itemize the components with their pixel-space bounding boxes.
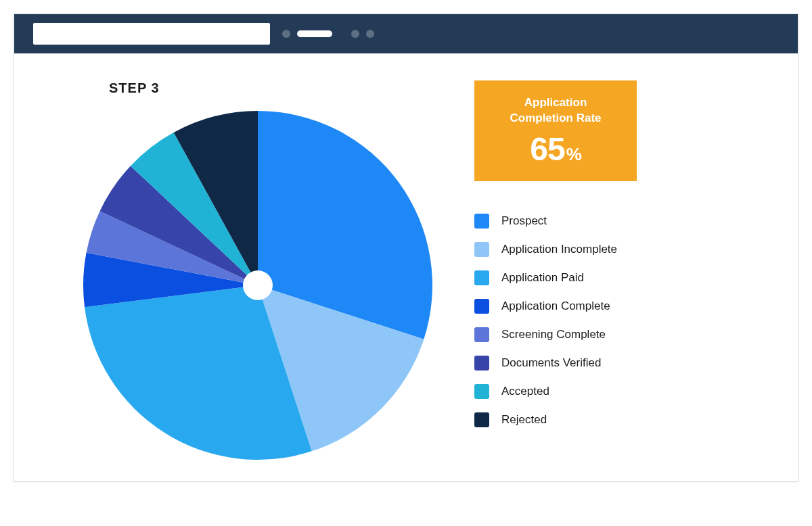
metric-title-line2: Completion Rate: [510, 112, 601, 124]
legend-label: Screening Complete: [501, 328, 606, 341]
legend-label: Prospect: [501, 214, 547, 228]
app-window: STEP 3 Application Completion Rate 65% P…: [14, 14, 798, 482]
legend-swatch: [474, 356, 489, 370]
chart-panel: STEP 3: [41, 80, 447, 461]
legend-item: Prospect: [474, 214, 771, 229]
metric-title-line1: Application: [524, 96, 587, 109]
legend-item: Rejected: [474, 412, 771, 427]
legend-item: Application Incomplete: [474, 242, 771, 257]
side-panel: Application Completion Rate 65% Prospect…: [474, 80, 771, 461]
titlebar: [14, 14, 798, 53]
url-input[interactable]: [33, 23, 270, 45]
metric-value: 65: [530, 131, 564, 167]
legend-item: Screening Complete: [474, 327, 771, 342]
legend-swatch: [474, 299, 489, 314]
metric-title: Application Completion Rate: [491, 95, 621, 126]
step-label: STEP 3: [109, 80, 447, 96]
legend-swatch: [474, 214, 489, 229]
titlebar-dots: [351, 30, 374, 38]
legend-label: Accepted: [501, 385, 549, 398]
legend-swatch: [474, 412, 489, 427]
metric-card: Application Completion Rate 65%: [474, 80, 637, 181]
legend-swatch: [474, 327, 489, 342]
legend-item: Application Complete: [474, 299, 771, 314]
content-area: STEP 3 Application Completion Rate 65% P…: [14, 53, 798, 481]
legend-swatch: [474, 384, 489, 399]
pie-chart: [82, 110, 434, 461]
titlebar-controls: [282, 30, 332, 38]
pie-center-hole: [243, 270, 273, 300]
legend-label: Application Paid: [501, 271, 584, 285]
dot-icon: [282, 30, 290, 38]
legend-item: Application Paid: [474, 270, 771, 285]
dot-icon: [366, 30, 374, 38]
legend-label: Application Complete: [501, 300, 610, 313]
legend-item: Accepted: [474, 384, 771, 399]
dot-icon: [351, 30, 359, 38]
legend: ProspectApplication IncompleteApplicatio…: [474, 214, 771, 427]
legend-label: Rejected: [501, 413, 547, 427]
bar-icon: [297, 30, 332, 37]
legend-label: Application Incomplete: [501, 243, 617, 256]
metric-suffix: %: [566, 144, 581, 164]
legend-label: Documents Verified: [501, 356, 601, 370]
legend-item: Documents Verified: [474, 356, 771, 370]
legend-swatch: [474, 270, 489, 285]
legend-swatch: [474, 242, 489, 257]
metric-value-wrap: 65%: [491, 130, 621, 168]
pie-svg: [82, 110, 434, 461]
